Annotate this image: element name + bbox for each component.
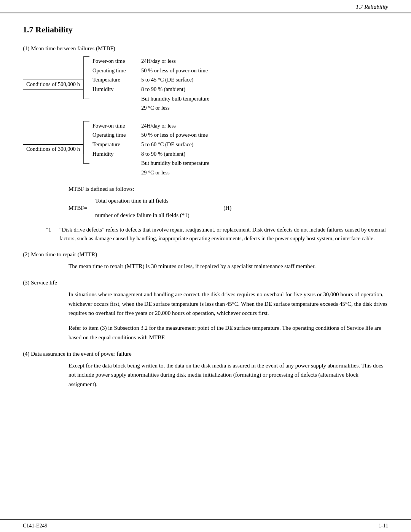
bracket-300k-svg: [83, 121, 89, 164]
condition-300k-row-0: Power-on time 24H/day or less: [92, 121, 209, 131]
condition-300k-box: Conditions of 300,000 h: [23, 144, 83, 154]
item-4-label: (4) Data assurance in the event of power…: [23, 351, 388, 357]
condition-300k-left: Conditions of 300,000 h: [23, 121, 83, 177]
page-header: 1.7 Reliability: [0, 0, 411, 13]
item-3-label: (3) Service life: [23, 280, 388, 286]
condition-300k-details: Power-on time 24H/day or less Operating …: [92, 121, 209, 177]
note-1-star: *1: [46, 225, 59, 234]
item-2-label: (2) Mean time to repair (MTTR): [23, 251, 388, 258]
page-footer: C141-E249 1-11: [0, 519, 411, 532]
condition-500k-box: Conditions of 500,000 h: [23, 80, 83, 89]
condition-500k-details: Power-on time 24H/day or less Operating …: [92, 56, 209, 113]
item-3-paragraph2: Refer to item (3) in Subsection 3.2 for …: [68, 323, 388, 342]
item-2-paragraph: The mean time to repair (MTTR) is 30 min…: [68, 262, 388, 271]
item-4-paragraph: Except for the data block being written …: [68, 361, 388, 389]
condition-500k-row-3: Humidity 8 to 90 % (ambient)But humidity…: [92, 85, 209, 113]
main-content: 1.7 Reliability (1) Mean time between fa…: [0, 13, 411, 420]
condition-300k-row-2: Temperature 5 to 60 °C (DE surface): [92, 140, 209, 149]
mtbf-unit: (H): [223, 205, 231, 211]
item-3-paragraph1: In situations where management and handl…: [68, 290, 388, 318]
item-2: (2) Mean time to repair (MTTR) The mean …: [23, 251, 388, 271]
note-1: *1 “Disk drive defects” refers to defect…: [46, 225, 388, 243]
item-3: (3) Service life In situations where man…: [23, 280, 388, 342]
condition-500k-row-2: Temperature 5 to 45 °C (DE surface): [92, 75, 209, 85]
mtbf-label: MTBF=: [68, 205, 87, 211]
mtbf-numerator: Total operation time in all fields: [95, 198, 388, 204]
condition-300k-row-3: Humidity 8 to 90 % (ambient)But humidity…: [92, 149, 209, 177]
section-title: 1.7 Reliability: [23, 25, 388, 35]
mtbf-defined: MTBF is defined as follows:: [68, 186, 388, 192]
mtbf-formula-row: MTBF= (H): [68, 205, 388, 211]
bracket-500k-svg: [83, 56, 89, 99]
note-1-text: “Disk drive defects” refers to defects t…: [59, 225, 388, 243]
condition-300k: Conditions of 300,000 h Power-on time 24…: [23, 121, 388, 177]
note-1-row: *1 “Disk drive defects” refers to defect…: [46, 225, 388, 243]
item-1-label: (1) Mean time between failures (MTBF): [23, 45, 388, 52]
page-container: 1.7 Reliability 1.7 Reliability (1) Mean…: [0, 0, 411, 532]
mtbf-denominator: number of device failure in all fields (…: [95, 212, 388, 219]
item-4: (4) Data assurance in the event of power…: [23, 351, 388, 389]
condition-500k: Conditions of 500,000 h Power-on time 24…: [23, 56, 388, 113]
condition-500k-left: Conditions of 500,000 h: [23, 56, 83, 113]
mtbf-fraction-line: [90, 208, 220, 208]
header-title: 1.7 Reliability: [356, 4, 388, 10]
condition-500k-row-0: Power-on time 24H/day or less: [92, 56, 209, 66]
footer-right: 1-11: [379, 523, 388, 529]
condition-300k-row-1: Operating time 50 % or less of power-on …: [92, 130, 209, 140]
item-1: (1) Mean time between failures (MTBF) Co…: [23, 45, 388, 243]
footer-left: C141-E249: [23, 523, 48, 529]
condition-500k-row-1: Operating time 50 % or less of power-on …: [92, 66, 209, 75]
mtbf-formula-block: Total operation time in all fields MTBF=…: [68, 198, 388, 219]
